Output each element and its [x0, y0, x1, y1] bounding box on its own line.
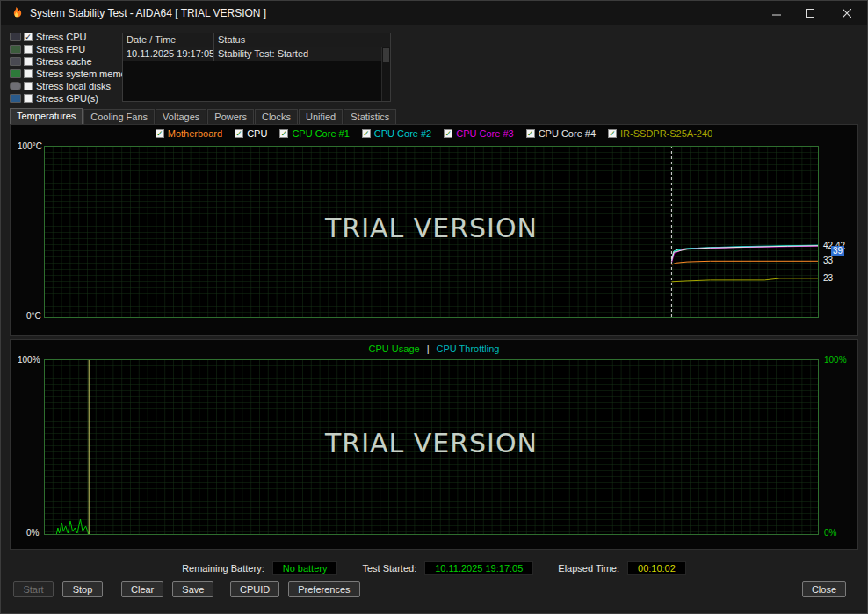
checkbox[interactable]: ✓	[156, 129, 164, 138]
column-header-datetime[interactable]: Date / Time	[123, 33, 214, 47]
legend-label: CPU Core #2	[374, 128, 431, 139]
checkbox[interactable]: ✓	[526, 129, 535, 138]
y-axis-min-label: 0°C	[26, 311, 41, 321]
app-window: System Stability Test - AIDA64 [ TRIAL V…	[0, 0, 868, 614]
gpu-icon	[10, 94, 21, 103]
test-started-label: Test Started:	[362, 563, 416, 574]
stress-option-label: Stress system memory	[36, 69, 134, 79]
y-axis-max-label: 100°C	[18, 141, 42, 151]
legend-item-cpu-core-1[interactable]: ✓CPU Core #1	[279, 128, 349, 139]
tab-unified[interactable]: Unified	[299, 109, 343, 125]
checkbox[interactable]	[24, 57, 33, 66]
checkbox[interactable]: ✓	[235, 129, 243, 138]
disk-icon	[10, 82, 21, 90]
tab-temperatures[interactable]: Temperatures	[10, 108, 83, 125]
legend-item-motherboard[interactable]: ✓Motherboard	[156, 128, 222, 139]
stress-option-disks[interactable]: Stress local disks	[10, 80, 134, 91]
tab-statistics[interactable]: Statistics	[344, 109, 396, 125]
legend-label: IR-SSDPR-S25A-240	[620, 128, 712, 139]
column-header-status[interactable]: Status	[214, 33, 390, 47]
checkbox[interactable]	[24, 94, 33, 103]
window-title: System Stability Test - AIDA64 [ TRIAL V…	[30, 7, 266, 19]
checkbox[interactable]	[24, 82, 33, 90]
battery-label: Remaining Battery:	[182, 563, 264, 574]
current-value-label: 23	[823, 273, 833, 283]
checkbox[interactable]: ✓	[444, 129, 452, 138]
log-rows: 10.11.2025 19:17:05Stability Test: Start…	[123, 47, 390, 61]
legend-item-cpu-core-3[interactable]: ✓CPU Core #3	[444, 128, 513, 139]
chart-title-part-: |	[427, 343, 430, 354]
legend-item-cpu-core-4[interactable]: ✓CPU Core #4	[526, 128, 596, 139]
table-scrollbar[interactable]	[381, 47, 390, 101]
legend-label: CPU	[247, 128, 267, 139]
checkbox[interactable]: ✓	[24, 33, 33, 41]
stress-option-gpu[interactable]: Stress GPU(s)	[10, 92, 134, 104]
legend-label: CPU Core #1	[292, 128, 349, 139]
stress-option-memory[interactable]: Stress system memory	[10, 68, 134, 79]
button-bar: StartStopClearSaveCPUIDPreferencesClose	[1, 581, 867, 599]
tab-powers[interactable]: Powers	[207, 109, 254, 125]
minimize-button[interactable]	[760, 1, 793, 25]
stress-option-label: Stress local disks	[36, 81, 111, 91]
log-datetime-cell: 10.11.2025 19:17:05	[123, 47, 214, 61]
tab-clocks[interactable]: Clocks	[255, 109, 298, 125]
event-log-table: Date / Time Status 10.11.2025 19:17:05St…	[122, 33, 391, 102]
tab-cooling-fans[interactable]: Cooling Fans	[83, 109, 155, 125]
usage-y-left-max: 100%	[18, 355, 40, 365]
log-row[interactable]: 10.11.2025 19:17:05Stability Test: Start…	[123, 47, 390, 61]
tab-voltages[interactable]: Voltages	[156, 109, 206, 125]
legend-item-ir-ssdpr-s25a-240[interactable]: ✓IR-SSDPR-S25A-240	[608, 128, 712, 139]
legend-item-cpu-core-2[interactable]: ✓CPU Core #2	[362, 128, 431, 139]
stress-options-list: ✓Stress CPUStress FPUStress cacheStress …	[10, 31, 134, 105]
stress-option-label: Stress cache	[36, 56, 92, 67]
cpu-usage-chart	[44, 359, 819, 535]
cpu-usage-panel: CPU Usage|CPU Throttling TRIAL VERSION 1…	[10, 339, 858, 550]
close-dialog-button[interactable]: Close	[802, 581, 846, 597]
button-group: CPUIDPreferences	[230, 581, 360, 597]
usage-y-left-min: 0%	[26, 528, 39, 538]
button-group: ClearSave	[121, 581, 213, 597]
stress-option-fpu[interactable]: Stress FPU	[10, 43, 134, 54]
current-value-label: 39	[831, 246, 844, 256]
checkbox[interactable]: ✓	[362, 129, 371, 138]
legend-label: Motherboard	[168, 128, 222, 139]
usage-chart-title: CPU Usage|CPU Throttling	[11, 343, 857, 354]
scrollbar-thumb[interactable]	[383, 48, 389, 62]
usage-y-right-max: 100%	[824, 355, 847, 365]
stress-option-cpu[interactable]: ✓Stress CPU	[10, 31, 134, 42]
chart-title-part-cpu-usage: CPU Usage	[369, 343, 420, 354]
checkbox[interactable]: ✓	[608, 129, 617, 138]
cache-icon	[10, 57, 21, 66]
tab-bar: TemperaturesCooling FansVoltagesPowersCl…	[10, 108, 397, 125]
window-controls	[760, 1, 867, 25]
save-button[interactable]: Save	[172, 581, 213, 597]
temperature-panel: ✓Motherboard✓CPU✓CPU Core #1✓CPU Core #2…	[10, 124, 858, 336]
minimize-icon	[772, 9, 781, 18]
start-button[interactable]: Start	[13, 581, 54, 597]
button-group: StartStop	[13, 581, 103, 597]
checkbox[interactable]	[24, 69, 33, 78]
close-button[interactable]	[827, 1, 867, 25]
stop-button[interactable]: Stop	[62, 581, 103, 597]
titlebar: System Stability Test - AIDA64 [ TRIAL V…	[1, 1, 867, 25]
elapsed-time-value: 00:10:02	[627, 561, 686, 575]
legend-item-cpu[interactable]: ✓CPU	[235, 128, 267, 139]
stress-option-cache[interactable]: Stress cache	[10, 55, 134, 67]
cpuid-button[interactable]: CPUID	[230, 581, 279, 597]
preferences-button[interactable]: Preferences	[288, 581, 359, 597]
legend-label: CPU Core #3	[456, 128, 513, 139]
cpu-icon	[10, 33, 21, 41]
checkbox[interactable]: ✓	[279, 129, 288, 138]
checkbox[interactable]	[24, 45, 33, 54]
fpu-icon	[10, 45, 21, 54]
log-status-cell: Stability Test: Started	[214, 47, 390, 61]
memory-icon	[10, 69, 21, 78]
close-icon	[843, 9, 851, 18]
elapsed-time-label: Elapsed Time:	[558, 563, 619, 574]
maximize-icon	[806, 9, 814, 18]
usage-y-right-min: 0%	[824, 528, 836, 538]
temperature-chart	[44, 146, 819, 318]
status-bar: Remaining Battery: No battery Test Start…	[1, 561, 867, 575]
maximize-button[interactable]	[793, 1, 827, 25]
clear-button[interactable]: Clear	[121, 581, 163, 597]
